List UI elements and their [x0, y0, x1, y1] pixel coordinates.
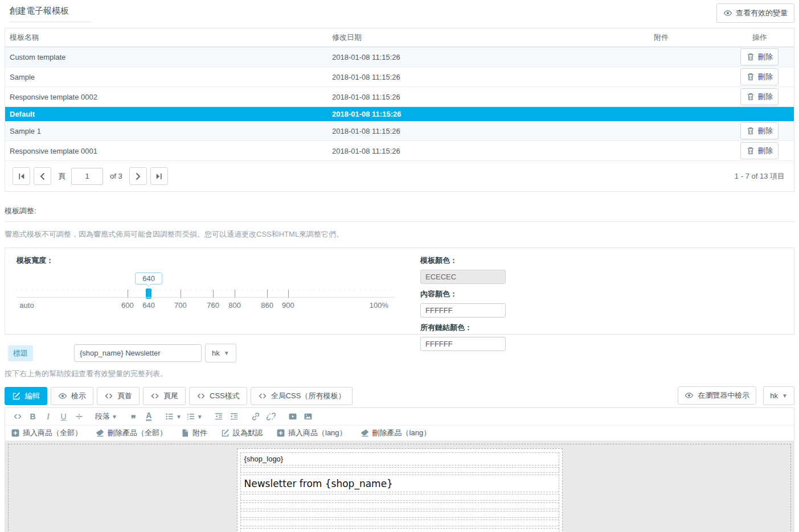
image-button[interactable]	[301, 410, 316, 423]
unlink-button[interactable]	[264, 410, 279, 423]
modified-date: 2018-01-08 11:15:26	[327, 93, 606, 101]
code-icon	[258, 391, 267, 401]
slider-tick-label: 900	[282, 301, 294, 310]
tab-label: 全局CSS（所有模板）	[271, 391, 346, 401]
empty-row[interactable]	[240, 519, 559, 526]
slider-tick-label: 640	[142, 301, 155, 310]
strike-button[interactable]	[71, 410, 87, 423]
paragraph-label: 段落	[95, 411, 110, 422]
subject-input[interactable]	[74, 344, 202, 362]
tab-footer[interactable]: 頁尾	[143, 387, 186, 405]
template-name: Responsive template 0001	[5, 147, 327, 155]
italic-button[interactable]: I	[40, 410, 56, 423]
empty-row[interactable]	[240, 494, 559, 501]
adjust-section-note: 響應式模板不可調整，因為響應式佈局可能會因調整而受損。您可以通過更改CSS和HT…	[5, 229, 794, 240]
paragraph-button[interactable]: 段落▼	[93, 410, 120, 423]
product-toolbar-button[interactable]: 刪除產品（全部）	[96, 428, 167, 438]
product-toolbar-button[interactable]: 附件	[181, 428, 207, 438]
operations-cell: 刪除	[703, 68, 794, 85]
tab-edit[interactable]: 編輯	[5, 387, 47, 405]
pagination-last-button[interactable]	[150, 167, 168, 185]
modified-date: 2018-01-08 11:15:26	[327, 110, 606, 118]
ul-button[interactable]: ▼	[163, 410, 184, 423]
subject-language-dropdown[interactable]: hk ▼	[205, 344, 236, 362]
tabs-group: 編輯檢示頁首頁尾CSS樣式全局CSS（所有模板）	[5, 387, 353, 405]
color-field: 模板顏色：	[420, 255, 782, 284]
delete-button[interactable]: 刪除	[740, 68, 778, 85]
delete-label: 刪除	[758, 52, 773, 62]
pagination-next-button[interactable]	[129, 167, 147, 185]
link-icon	[251, 412, 260, 421]
empty-row[interactable]	[240, 511, 559, 518]
delete-label: 刪除	[758, 126, 773, 136]
template-name: Responsive template 0002	[5, 93, 327, 101]
table-row[interactable]: Sample2018-01-08 11:15:26刪除	[5, 67, 794, 87]
product-toolbar-button[interactable]: 插入商品（全部）	[11, 428, 82, 438]
table-row[interactable]: Custom template2018-01-08 11:15:26刪除	[5, 47, 794, 67]
tab-header[interactable]: 頁首	[97, 387, 140, 405]
outdent-button[interactable]	[211, 410, 227, 423]
preview-in-browser-button[interactable]: 在瀏覽器中檢示	[678, 386, 756, 405]
link-button[interactable]	[248, 410, 264, 423]
ol-button[interactable]: ▼	[184, 410, 205, 423]
delete-button[interactable]: 刪除	[740, 48, 778, 65]
product-toolbar: 插入商品（全部）刪除產品（全部）附件設為默認插入商品（lang）刪除產品（lan…	[5, 426, 794, 441]
slider-tick-label: 800	[228, 301, 241, 310]
editor-canvas[interactable]: {shop_logo} Newsletter from {shop_name} …	[5, 441, 794, 532]
delete-label: 刪除	[758, 72, 773, 82]
page-number-input[interactable]	[71, 168, 103, 185]
empty-row[interactable]	[240, 502, 559, 509]
strike-icon	[75, 412, 84, 421]
color-input	[420, 270, 506, 284]
empty-row[interactable]	[240, 467, 559, 473]
product-toolbar-label: 設為默認	[233, 428, 263, 438]
delete-button[interactable]: 刪除	[740, 142, 778, 159]
modified-date: 2018-01-08 11:15:26	[327, 73, 606, 81]
tab-label: 檢示	[71, 391, 86, 401]
fontcolor-button[interactable]: A	[141, 410, 157, 423]
view-variables-button[interactable]: 查看有效的變量	[716, 3, 794, 23]
eye-icon	[723, 9, 732, 18]
trash-icon	[746, 52, 755, 61]
tab-css[interactable]: CSS樣式	[189, 387, 247, 405]
product-toolbar-button[interactable]: 刪除產品（lang）	[360, 428, 431, 438]
delete-label: 刪除	[758, 92, 773, 102]
underline-button[interactable]: U	[56, 410, 71, 423]
color-input[interactable]	[420, 303, 506, 317]
product-toolbar-label: 插入商品（全部）	[23, 428, 82, 438]
shop-logo-placeholder[interactable]: {shop_logo}	[240, 452, 559, 465]
pagination-first-button[interactable]	[13, 167, 30, 185]
quote-button[interactable]: ❞	[126, 410, 141, 423]
operations-cell: 刪除	[703, 88, 794, 105]
newsletter-headline[interactable]: Newsletter from {shop_name}	[240, 475, 559, 492]
code-icon	[150, 391, 159, 401]
slider-tick-label: 700	[174, 301, 187, 310]
table-row[interactable]: Responsive template 00022018-01-08 11:15…	[5, 87, 794, 107]
html-button[interactable]	[10, 410, 25, 423]
color-field-label: 所有鏈結顏色：	[420, 323, 782, 333]
newsletter-body[interactable]: {shop_logo} Newsletter from {shop_name} …	[237, 448, 563, 532]
product-toolbar-button[interactable]: 設為默認	[221, 428, 263, 438]
table-row[interactable]: Default2018-01-08 11:15:26	[5, 107, 794, 121]
edit-icon	[12, 391, 21, 401]
width-slider[interactable]: 640 auto600640700760800860900100%	[17, 290, 395, 298]
delete-button[interactable]: 刪除	[740, 88, 778, 105]
bold-button[interactable]: B	[25, 410, 40, 423]
next-page-icon	[133, 172, 142, 181]
table-row[interactable]: Sample 12018-01-08 11:15:26刪除	[5, 121, 794, 141]
tab-label: 編輯	[25, 391, 40, 401]
modified-date: 2018-01-08 11:15:26	[327, 53, 606, 61]
product-toolbar-button[interactable]: 插入商品（lang）	[276, 428, 347, 438]
preview-language-dropdown[interactable]: hk ▼	[763, 386, 794, 405]
video-button[interactable]	[285, 410, 301, 423]
operations-cell: 刪除	[703, 48, 794, 65]
delete-button[interactable]: 刪除	[740, 122, 778, 139]
tab-preview[interactable]: 檢示	[51, 387, 93, 405]
indent-button[interactable]	[227, 410, 242, 423]
slider-tick	[128, 290, 128, 298]
color-input[interactable]	[420, 337, 506, 351]
eye-icon	[685, 391, 694, 400]
table-row[interactable]: Responsive template 00012018-01-08 11:15…	[5, 141, 794, 161]
tab-global-css[interactable]: 全局CSS（所有模板）	[251, 387, 353, 405]
pagination-prev-button[interactable]	[34, 167, 51, 185]
